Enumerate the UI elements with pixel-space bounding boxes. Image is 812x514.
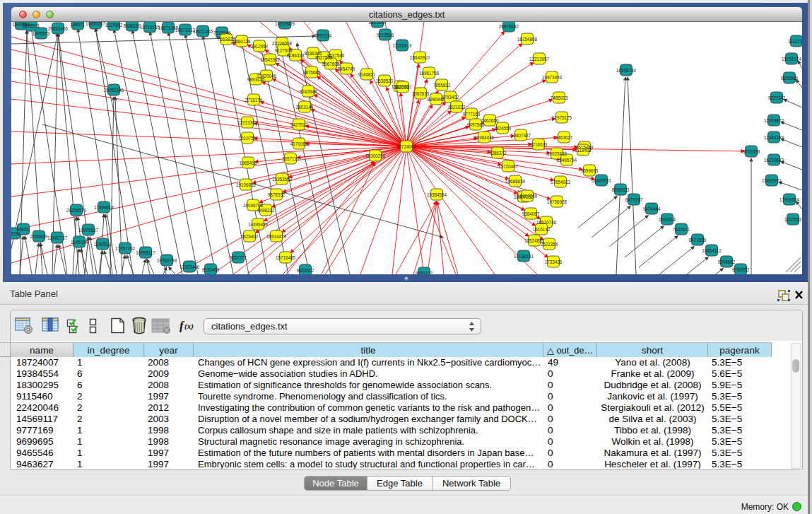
- svg-text:10654112: 10654112: [702, 248, 722, 253]
- svg-text:2522354: 2522354: [541, 242, 558, 247]
- svg-text:19106852: 19106852: [236, 182, 257, 187]
- svg-text:1733426: 1733426: [545, 259, 563, 264]
- svg-text:8938923: 8938923: [612, 187, 630, 192]
- svg-text:9218566: 9218566: [377, 33, 394, 37]
- svg-text:9329966: 9329966: [781, 76, 799, 81]
- svg-text:8186328: 8186328: [287, 53, 305, 58]
- svg-text:7386372: 7386372: [489, 151, 507, 156]
- svg-text:16671355: 16671355: [193, 29, 213, 34]
- svg-text:1905573: 1905573: [33, 31, 50, 36]
- svg-text:12444193: 12444193: [764, 135, 784, 140]
- svg-text:11125419: 11125419: [392, 43, 412, 48]
- svg-text:15716485: 15716485: [276, 255, 296, 260]
- svg-text:12942737: 12942737: [47, 235, 68, 240]
- svg-text:6479197: 6479197: [625, 197, 643, 202]
- svg-text:9450122: 9450122: [416, 271, 433, 275]
- svg-text:16154808: 16154808: [517, 37, 538, 42]
- svg-text:15353593: 15353593: [272, 177, 293, 182]
- svg-text:9242848: 9242848: [300, 89, 317, 94]
- svg-text:12923446: 12923446: [180, 264, 200, 269]
- svg-text:15751074: 15751074: [782, 57, 802, 62]
- svg-text:17916504: 17916504: [779, 197, 800, 202]
- svg-text:39151: 39151: [11, 231, 20, 236]
- svg-text:3875685: 3875685: [303, 70, 321, 75]
- svg-text:10688639: 10688639: [505, 179, 526, 184]
- svg-text:2718176: 2718176: [245, 98, 263, 103]
- svg-text:7955812: 7955812: [433, 83, 451, 88]
- svg-text:9657771: 9657771: [230, 255, 247, 260]
- svg-text:17359914: 17359914: [94, 205, 114, 210]
- svg-text:20053346: 20053346: [104, 88, 124, 93]
- svg-text:20364436: 20364436: [474, 135, 495, 140]
- svg-text:7515546: 7515546: [213, 30, 231, 35]
- svg-text:18300295: 18300295: [365, 153, 386, 158]
- svg-text:15692971: 15692971: [762, 178, 782, 183]
- svg-text:6216023: 6216023: [530, 142, 548, 147]
- svg-text:18640910: 18640910: [410, 55, 430, 60]
- svg-text:1621022: 1621022: [448, 105, 466, 110]
- svg-text:10543362: 10543362: [260, 57, 281, 62]
- svg-text:3215958: 3215958: [743, 149, 760, 154]
- svg-text:1010755: 1010755: [239, 136, 257, 141]
- svg-text:9750052: 9750052: [732, 267, 750, 272]
- svg-text:16961758: 16961758: [419, 71, 440, 76]
- svg-text:4170066: 4170066: [290, 141, 308, 146]
- svg-text:1527602: 1527602: [105, 23, 123, 28]
- svg-text:6793402: 6793402: [442, 95, 459, 100]
- svg-text:16033809: 16033809: [275, 22, 295, 26]
- svg-text:17654923: 17654923: [551, 180, 571, 185]
- svg-text:3822037: 3822037: [394, 85, 412, 90]
- svg-text:2967608: 2967608: [322, 62, 340, 66]
- svg-text:14099489: 14099489: [248, 222, 269, 227]
- svg-text:9324502: 9324502: [297, 268, 314, 273]
- svg-text:2933114: 2933114: [659, 217, 676, 222]
- svg-text:3824554: 3824554: [494, 126, 512, 131]
- svg-text:16409531: 16409531: [592, 178, 612, 183]
- svg-text:9118402: 9118402: [575, 148, 592, 153]
- svg-text:9463627: 9463627: [555, 135, 573, 140]
- svg-text:10975887: 10975887: [78, 228, 99, 233]
- svg-text:10958117: 10958117: [136, 250, 155, 255]
- svg-text:8471626: 8471626: [689, 238, 707, 243]
- svg-text:9699695: 9699695: [581, 168, 599, 173]
- svg-text:9146821: 9146821: [358, 72, 376, 77]
- svg-text:8660128: 8660128: [233, 39, 251, 44]
- svg-text:1112739: 1112739: [788, 39, 802, 44]
- svg-text:10025433: 10025433: [547, 151, 567, 156]
- svg-text:15720407: 15720407: [498, 164, 519, 169]
- svg-text:9245652: 9245652: [718, 259, 736, 264]
- svg-text:2156829: 2156829: [30, 234, 48, 239]
- svg-text:12975125: 12975125: [552, 115, 572, 120]
- svg-text:7857234: 7857234: [314, 33, 332, 38]
- svg-text:4498222: 4498222: [257, 208, 275, 213]
- svg-text:16210643: 16210643: [764, 158, 784, 163]
- svg-text:26878682: 26878682: [499, 24, 519, 29]
- svg-text:9893415: 9893415: [247, 77, 265, 82]
- svg-text:20691406: 20691406: [48, 26, 69, 31]
- svg-text:19756928: 19756928: [547, 199, 567, 204]
- svg-text:18407249: 18407249: [517, 194, 538, 199]
- svg-text:8454749: 8454749: [338, 66, 355, 71]
- svg-text:3912954: 3912954: [251, 44, 269, 49]
- svg-text:16520746: 16520746: [536, 220, 557, 225]
- svg-text:1167533: 1167533: [784, 217, 802, 222]
- svg-text:1290513: 1290513: [94, 242, 112, 247]
- svg-text:6497568: 6497568: [467, 122, 485, 127]
- svg-text:10782759: 10782759: [157, 258, 177, 263]
- svg-text:1362615: 1362615: [412, 91, 430, 96]
- svg-text:7485003: 7485003: [551, 95, 568, 100]
- svg-text:2803144: 2803144: [296, 105, 314, 110]
- svg-text:12213957: 12213957: [529, 57, 550, 62]
- svg-text:1538520: 1538520: [376, 78, 394, 83]
- svg-text:(x): (x): [184, 322, 194, 331]
- svg-text:10719155: 10719155: [140, 25, 160, 30]
- svg-text:23226058: 23226058: [272, 41, 293, 46]
- svg-text:16914479: 16914479: [266, 234, 287, 239]
- svg-text:10046708: 10046708: [243, 203, 264, 208]
- svg-text:9878332: 9878332: [268, 192, 286, 197]
- svg-text:9127503: 9127503: [275, 48, 293, 53]
- svg-text:19384554: 19384554: [427, 192, 447, 197]
- svg-text:18724007: 18724007: [396, 144, 417, 149]
- svg-text:1965498: 1965498: [240, 160, 257, 165]
- svg-text:7462666: 7462666: [481, 118, 499, 123]
